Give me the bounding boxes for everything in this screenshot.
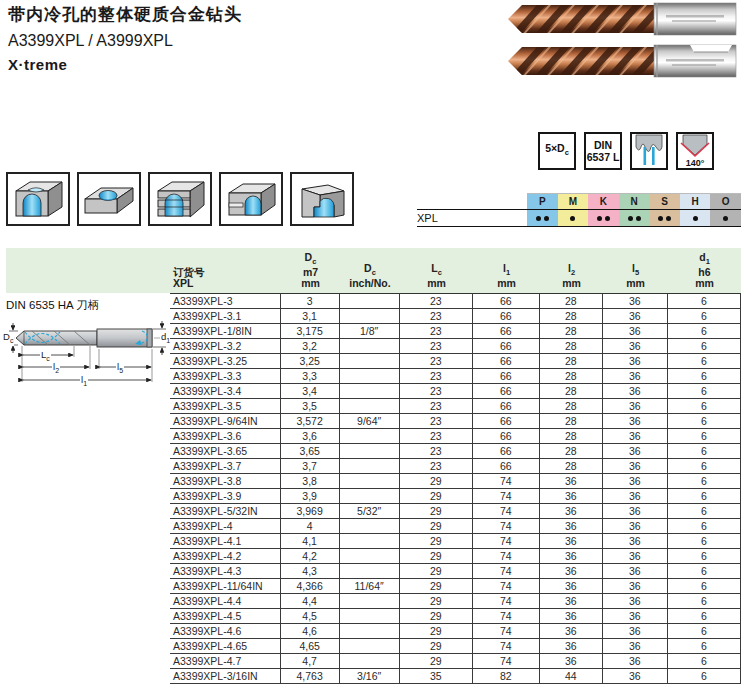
spec-value-cell: 23 xyxy=(399,339,472,354)
table-row: A3399XPL-4.34,3297436366 xyxy=(170,564,741,579)
col-header-dc-mm: Dcm7mm xyxy=(281,252,340,289)
order-number-cell: A3399XPL-4.7 xyxy=(170,654,280,669)
spec-value-cell: 36 xyxy=(602,639,667,654)
spec-value-cell: 23 xyxy=(399,429,472,444)
table-row: A3399XPL-4.24,2297436366 xyxy=(170,549,741,564)
spec-value-cell: 36 xyxy=(602,534,667,549)
rating-dot xyxy=(666,216,671,221)
spec-value-cell: 36 xyxy=(539,594,602,609)
spec-value-cell: 36 xyxy=(602,564,667,579)
order-number-cell: A3399XPL-9/64IN xyxy=(170,414,280,429)
spec-value-cell xyxy=(339,294,399,309)
order-number-cell: A3399XPL-3.7 xyxy=(170,459,280,474)
drill-photo-pair xyxy=(506,2,738,82)
spec-value-cell: 74 xyxy=(472,654,539,669)
spec-value-cell: 36 xyxy=(602,309,667,324)
spec-value-cell: 23 xyxy=(399,324,472,339)
spec-value-cell xyxy=(339,489,399,504)
spec-value-cell: 23 xyxy=(399,384,472,399)
spec-value-cell: 36 xyxy=(539,564,602,579)
table-row: A3399XPL-3.63,6236628366 xyxy=(170,429,741,444)
spec-value-cell: 29 xyxy=(399,564,472,579)
spec-value-cell: 3,5 xyxy=(280,399,339,414)
drill-depth-ratio-icon: 5×Dc xyxy=(538,132,576,170)
spec-value-cell: 28 xyxy=(539,399,602,414)
shank-type-label: DIN 6535 HA 刀柄 xyxy=(6,298,99,313)
spec-value-cell: 23 xyxy=(399,459,472,474)
order-number-cell: A3399XPL-3.65 xyxy=(170,444,280,459)
product-photos xyxy=(506,2,738,86)
table-row: A3399XPL-3.23,2236628366 xyxy=(170,339,741,354)
spec-value-cell: 9/64″ xyxy=(339,414,399,429)
spec-value-cell: 29 xyxy=(399,504,472,519)
table-row: A3399XPL-44297436366 xyxy=(170,519,741,534)
spec-value-cell: 36 xyxy=(539,504,602,519)
spec-value-cell: 6 xyxy=(667,579,740,594)
spec-value-cell: 29 xyxy=(399,654,472,669)
spec-value-cell: 36 xyxy=(602,654,667,669)
spec-value-cell: 36 xyxy=(539,579,602,594)
dim-label-l2: l2 xyxy=(52,362,60,376)
table-row: A3399XPL-3.653,65236628366 xyxy=(170,444,741,459)
order-number-cell: A3399XPL-3.2 xyxy=(170,339,280,354)
spec-value-cell: 36 xyxy=(602,474,667,489)
material-rating-P xyxy=(527,210,558,226)
drill-photo-plain xyxy=(508,2,736,38)
spec-value-cell: 74 xyxy=(472,624,539,639)
spec-value-cell xyxy=(339,549,399,564)
spec-value-cell: 6 xyxy=(667,669,740,684)
spec-value-cell: 23 xyxy=(399,444,472,459)
spec-value-cell: 29 xyxy=(399,489,472,504)
spec-value-cell: 28 xyxy=(539,324,602,339)
spec-value-cell: 36 xyxy=(602,549,667,564)
table-row: A3399XPL-3.53,5236628366 xyxy=(170,399,741,414)
spec-value-cell: 36 xyxy=(539,489,602,504)
material-rating-K xyxy=(588,210,619,226)
spec-value-cell: 4,65 xyxy=(280,639,339,654)
spec-value-cell xyxy=(339,444,399,459)
order-number-cell: A3399XPL-3.6 xyxy=(170,429,280,444)
spec-value-cell: 36 xyxy=(539,534,602,549)
rating-dot xyxy=(658,216,663,221)
spec-value-cell: 23 xyxy=(399,414,472,429)
order-number-cell: A3399XPL-11/64IN xyxy=(170,579,280,594)
spec-value-cell: 6 xyxy=(667,519,740,534)
table-row: A3399XPL-4.14,1297436366 xyxy=(170,534,741,549)
spec-value-cell: 36 xyxy=(602,594,667,609)
spec-value-cell: 66 xyxy=(472,459,539,474)
spec-value-cell: 36 xyxy=(602,354,667,369)
spec-value-cell: 36 xyxy=(602,444,667,459)
spec-value-cell: 36 xyxy=(539,639,602,654)
spec-value-cell xyxy=(339,384,399,399)
col-header-l5: l5mm xyxy=(603,263,668,289)
spec-table-body: A3399XPL-33236628366A3399XPL-3.13,123662… xyxy=(170,294,741,684)
spec-value-cell xyxy=(339,399,399,414)
material-group-N: N xyxy=(619,194,650,209)
order-number-cell: A3399XPL-4.4 xyxy=(170,594,280,609)
page-header: 带内冷孔的整体硬质合金钻头 A3399XPL / A3999XPL X·trem… xyxy=(8,2,242,77)
spec-value-cell: 6 xyxy=(667,414,740,429)
spec-value-cell xyxy=(339,564,399,579)
spec-value-cell: 3,9 xyxy=(280,489,339,504)
rating-dot xyxy=(605,216,610,221)
material-rating-S xyxy=(649,210,680,226)
spec-value-cell: 4,4 xyxy=(280,594,339,609)
spec-value-cell: 6 xyxy=(667,384,740,399)
spec-value-cell: 66 xyxy=(472,324,539,339)
through-hole-icon xyxy=(6,172,70,226)
table-row: A3399XPL-4.74,7297436366 xyxy=(170,654,741,669)
spec-value-cell: 3,3 xyxy=(280,369,339,384)
col-header-dc-inch: Dcinch/No. xyxy=(340,263,400,289)
rating-dot xyxy=(536,216,541,221)
table-row: A3399XPL-1/8IN3,1751/8″236628366 xyxy=(170,324,741,339)
order-number-cell: A3399XPL-4.6 xyxy=(170,624,280,639)
spec-value-cell: 4,7 xyxy=(280,654,339,669)
col-header-l2: l2mm xyxy=(540,263,603,289)
spec-value-cell: 74 xyxy=(472,474,539,489)
spec-value-cell: 3,7 xyxy=(280,459,339,474)
spec-value-cell: 74 xyxy=(472,639,539,654)
table-row: A3399XPL-3.43,4236628366 xyxy=(170,384,741,399)
spec-value-cell: 36 xyxy=(539,624,602,639)
page-title: 带内冷孔的整体硬质合金钻头 xyxy=(8,2,242,28)
table-row: A3399XPL-3.83,8297436366 xyxy=(170,474,741,489)
